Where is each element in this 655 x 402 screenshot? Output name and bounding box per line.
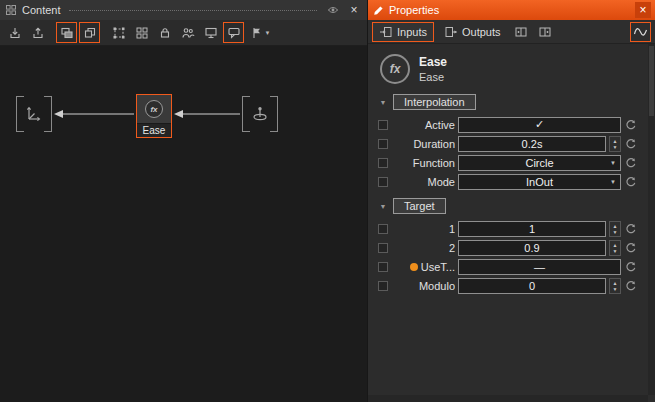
animation-curve-button[interactable] (630, 22, 651, 42)
mover-source-node[interactable] (242, 96, 278, 132)
lock-icon[interactable] (154, 22, 175, 43)
toggle-screens-button[interactable] (56, 22, 77, 43)
row-checkbox[interactable] (378, 158, 388, 168)
row-checkbox[interactable] (378, 262, 388, 272)
value-stepper[interactable]: ▲▼ (609, 240, 621, 256)
prop-label: Function (391, 157, 455, 169)
step-down-icon: ▼ (613, 286, 618, 292)
tab-outputs-label: Outputs (462, 26, 501, 38)
row-checkbox[interactable] (378, 224, 388, 234)
prop-label: 2 (391, 242, 455, 254)
collapse-triangle-icon[interactable]: ▼ (378, 203, 388, 210)
function-dropdown[interactable]: Circle▼ (458, 155, 621, 171)
reset-icon[interactable] (624, 222, 638, 236)
step-down-icon: ▼ (613, 248, 618, 254)
visibility-eye-icon[interactable] (325, 2, 341, 18)
monitor-button[interactable] (200, 22, 221, 43)
layout-split-left-button[interactable] (511, 22, 532, 42)
group-label: Interpolation (393, 94, 476, 110)
chevron-down-icon: ▼ (610, 179, 616, 185)
row-checkbox[interactable] (378, 177, 388, 187)
prop-row-function: Function Circle▼ (378, 153, 645, 172)
bookmarks-button[interactable]: ▼ (246, 22, 274, 43)
prop-row-mode: Mode InOut▼ (378, 172, 645, 191)
reset-icon[interactable] (624, 118, 638, 132)
comments-button[interactable] (223, 22, 244, 43)
node-graph-canvas[interactable]: fx Ease (0, 46, 367, 402)
chevron-down-icon: ▼ (265, 30, 271, 36)
toggle-layers-button[interactable] (79, 22, 100, 43)
step-down-icon: ▼ (613, 144, 618, 150)
group-label: Target (393, 198, 446, 214)
chevron-down-icon: ▼ (610, 160, 616, 166)
active-value-field[interactable]: ✓ (458, 117, 621, 133)
transform-selection-button[interactable] (108, 22, 129, 43)
group-header-target[interactable]: ▼ Target (378, 198, 645, 214)
axis-mover-icon (250, 104, 270, 124)
reset-icon[interactable] (624, 175, 638, 189)
reset-icon[interactable] (624, 241, 638, 255)
collapse-triangle-icon[interactable]: ▼ (378, 99, 388, 106)
target-2-value-field[interactable]: 0.9 (458, 240, 606, 256)
properties-body: fx Ease Ease ▼ Interpolation Active ✓ Du… (368, 44, 655, 402)
prop-label: Modulo (391, 280, 455, 292)
properties-panel: Properties × Inputs Outputs (368, 0, 655, 402)
properties-close-icon[interactable]: × (635, 2, 651, 18)
target-1-value-field[interactable]: 1 (458, 221, 606, 237)
modulo-value-field[interactable]: 0 (458, 278, 606, 294)
value-stepper[interactable]: ▲▼ (609, 278, 621, 294)
ease-node-label: Ease (137, 123, 171, 137)
axes-icon (24, 104, 44, 124)
content-close-icon[interactable]: × (346, 2, 362, 18)
reset-icon[interactable] (624, 156, 638, 170)
row-checkbox[interactable] (378, 243, 388, 253)
row-checkbox[interactable] (378, 139, 388, 149)
step-down-icon: ▼ (613, 229, 618, 235)
prop-row-modulo: Modulo 0 ▲▼ (378, 276, 645, 295)
row-checkbox[interactable] (378, 281, 388, 291)
value-stepper[interactable]: ▲▼ (609, 136, 621, 152)
value-stepper[interactable]: ▲▼ (609, 221, 621, 237)
reset-icon[interactable] (624, 260, 638, 274)
content-toolbar: ▼ (0, 20, 367, 46)
properties-tabbar: Inputs Outputs (368, 20, 655, 44)
layout-split-right-button[interactable] (535, 22, 556, 42)
panel-grid-icon (5, 4, 17, 16)
row-checkbox[interactable] (378, 120, 388, 130)
prop-label: UseT... (391, 261, 455, 273)
node-header: fx Ease Ease (380, 54, 645, 84)
grid-view-button[interactable] (131, 22, 152, 43)
titlebar-divider (69, 10, 317, 11)
horizontal-scrollbar[interactable] (368, 395, 648, 402)
group-header-interpolation[interactable]: ▼ Interpolation (378, 94, 645, 110)
app-window: Content × (0, 0, 655, 402)
prop-label: Mode (391, 176, 455, 188)
import-content-button[interactable] (4, 22, 25, 43)
node-title: Ease (419, 55, 447, 69)
ease-node-icon: fx (137, 95, 171, 123)
mode-dropdown[interactable]: InOut▼ (458, 174, 621, 190)
prop-row-target-1: 1 1 ▲▼ (378, 219, 645, 238)
tab-inputs[interactable]: Inputs (372, 22, 434, 42)
fx-icon: fx (145, 100, 163, 118)
export-content-button[interactable] (27, 22, 48, 43)
collaboration-users-button[interactable] (177, 22, 198, 43)
content-panel-title: Content (22, 4, 61, 16)
ease-node-selected[interactable]: fx Ease (136, 94, 172, 138)
pen-icon (372, 4, 384, 16)
vertical-scrollbar[interactable] (648, 44, 655, 395)
scrollbar-thumb[interactable] (649, 46, 654, 116)
reset-icon[interactable] (624, 279, 638, 293)
prop-label: Duration (391, 138, 455, 150)
uset-value-field[interactable]: — (458, 259, 621, 275)
tab-outputs[interactable]: Outputs (437, 22, 508, 42)
prop-label: 1 (391, 223, 455, 235)
fx-icon: fx (380, 54, 410, 84)
node-connections (0, 46, 367, 402)
reset-icon[interactable] (624, 137, 638, 151)
content-panel: Content × (0, 0, 368, 402)
duration-value-field[interactable]: 0.2s (458, 136, 606, 152)
properties-titlebar: Properties × (368, 0, 655, 20)
axes-target-node[interactable] (16, 96, 52, 132)
binding-dot-icon (410, 263, 418, 271)
